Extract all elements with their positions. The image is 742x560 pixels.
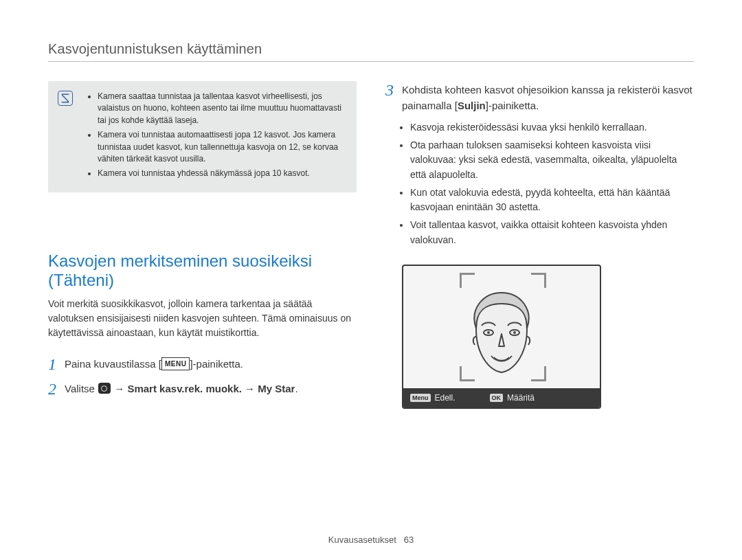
step-3-bullets: Kasvoja rekisteröidessäsi kuvaa yksi hen… <box>385 120 694 248</box>
step-1-suffix: ]-painiketta. <box>190 358 243 370</box>
note-box: Kamera saattaa tunnistaa ja tallentaa ka… <box>48 81 357 192</box>
step-2-bold2: My Star <box>258 383 295 394</box>
page-header-title: Kasvojentunnistuksen käyttäminen <box>48 41 262 56</box>
guide-corner-icon <box>460 366 475 381</box>
step-1-body: Paina kuvaustilassa [MENU]-painiketta. <box>65 355 243 372</box>
step-1: 1 Paina kuvaustilassa [MENU]-painiketta. <box>48 355 357 373</box>
step-number: 1 <box>48 355 65 373</box>
menu-key-icon: Menu <box>410 394 431 402</box>
step-2-body: Valitse → Smart kasv.rek. muokk. → My St… <box>65 380 298 397</box>
section-intro: Voit merkitä suosikkikasvot, jolloin kam… <box>48 297 357 340</box>
step-3-body: Kohdista kohteen kasvot ohjesoikion kans… <box>402 81 694 113</box>
screen-body <box>403 266 600 407</box>
menu-badge-icon: MENU <box>161 357 190 370</box>
set-label: Määritä <box>507 393 535 403</box>
face-guide-rect <box>460 273 546 381</box>
guide-corner-icon <box>531 273 546 288</box>
screen-bottom-bar: Menu Edell. OK Määritä <box>403 388 600 407</box>
steps-left: 1 Paina kuvaustilassa [MENU]-painiketta.… <box>48 355 357 399</box>
page-header: Kasvojentunnistuksen käyttäminen <box>48 41 694 62</box>
step-2-prefix: Valitse <box>65 383 98 394</box>
step-3-suffix: ]-painiketta. <box>486 100 539 111</box>
step-3-prefix: Kohdista kohteen kasvot ohjesoikion kans… <box>402 84 693 111</box>
section-title: Kasvojen merkitseminen suosikeiksi (Täht… <box>48 251 357 290</box>
note-item: Kamera saattaa tunnistaa ja tallentaa ka… <box>98 91 344 126</box>
step-3-bold: Suljin <box>458 100 486 111</box>
guide-corner-icon <box>531 366 546 381</box>
note-icon <box>58 91 73 106</box>
step-2-arrow2: → <box>242 383 258 394</box>
note-item: Kamera voi tunnistaa automaattisesti jop… <box>98 129 344 165</box>
content-columns: Kamera saattaa tunnistaa ja tallentaa ka… <box>48 81 694 409</box>
step-3-bullet: Voit tallentaa kasvot, vaikka ottaisit k… <box>410 218 694 247</box>
step-3-bullet: Kun otat valokuvia edestä, pyydä kohteel… <box>410 186 694 215</box>
note-list: Kamera saattaa tunnistaa ja tallentaa ka… <box>88 91 344 180</box>
right-column: 3 Kohdista kohteen kasvot ohjesoikion ka… <box>385 81 694 409</box>
guide-corner-icon <box>460 273 475 288</box>
step-2: 2 Valitse → Smart kasv.rek. muokk. → My … <box>48 380 357 398</box>
step-1-prefix: Paina kuvaustilassa [ <box>65 358 161 370</box>
left-column: Kamera saattaa tunnistaa ja tallentaa ka… <box>48 81 357 409</box>
ok-key-icon: OK <box>490 394 504 402</box>
step-3-bullet: Kasvoja rekisteröidessäsi kuvaa yksi hen… <box>410 120 694 135</box>
note-item: Kamera voi tunnistaa yhdessä näkymässä j… <box>98 168 344 179</box>
step-3: 3 Kohdista kohteen kasvot ohjesoikion ka… <box>385 81 694 113</box>
step-3-bullet: Ota parhaan tuloksen saamiseksi kohteen … <box>410 138 694 183</box>
camera-screen-preview: Menu Edell. OK Määritä <box>402 265 601 409</box>
footer-page-number: 63 <box>404 535 414 545</box>
step-2-bold1: Smart kasv.rek. muokk. <box>127 383 241 394</box>
step-2-suffix: . <box>295 383 297 394</box>
page-footer: Kuvausasetukset 63 <box>0 535 742 545</box>
footer-section: Kuvausasetukset <box>328 535 396 545</box>
camera-icon <box>98 383 111 394</box>
step-number: 3 <box>385 81 402 99</box>
step-2-arrow1: → <box>111 383 127 394</box>
step-number: 2 <box>48 380 65 398</box>
back-label: Edell. <box>435 393 456 403</box>
